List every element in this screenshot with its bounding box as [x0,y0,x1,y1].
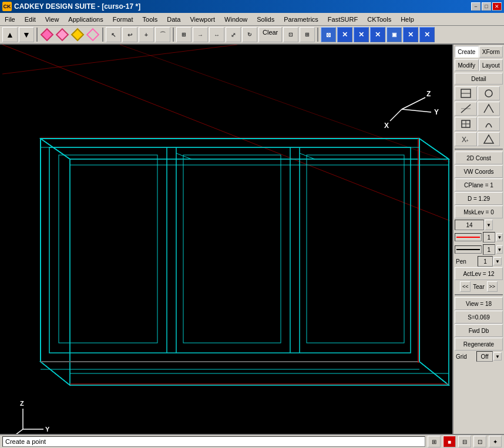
menu-parametrics[interactable]: Parametrics [279,13,323,25]
panel-tabs-row1: Create XForm [455,46,503,58]
tab-modify[interactable]: Modify [455,59,479,71]
toolbar-sep-1 [36,28,38,42]
action-btn-1[interactable]: ⊠ [321,27,336,42]
cplane-button[interactable]: CPlane = 1 [455,178,503,191]
regenerate-button[interactable]: Regenerate [455,338,503,351]
status-icon-4[interactable]: ⊡ [473,436,486,447]
menu-cktools[interactable]: CKTools [362,13,396,25]
menu-data[interactable]: Data [162,13,185,25]
menu-window[interactable]: Window [220,13,252,25]
tear-next-button[interactable]: >> [487,281,498,292]
menu-solids[interactable]: Solids [252,13,279,25]
action-x-btn-2[interactable]: ✕ [354,27,369,42]
fwddb-button[interactable]: Fwd Db [455,324,503,337]
vw-coords-button[interactable]: VW Coords [455,165,503,178]
panel-sep-2 [455,294,503,295]
status-icon-3[interactable]: ⊟ [458,436,471,447]
panel-icon-btn-4[interactable] [478,102,500,116]
red-line-dropdown: 1 ▼ [455,232,503,242]
menu-applications[interactable]: Applications [63,13,107,25]
tab-detail[interactable]: Detail [455,73,503,85]
status-icon-1[interactable]: ⊞ [428,436,441,447]
diamond-pink2-button[interactable] [55,28,69,42]
action-x-btn-3[interactable]: ✕ [370,27,385,42]
diamond-pink-button[interactable] [40,28,54,42]
viewport[interactable]: Z Y X Z Y X [0,45,452,434]
tab-xform[interactable]: XForm [479,46,503,58]
panel-icon-btn-5[interactable] [455,117,477,131]
snap-arrow-button[interactable]: → [193,27,208,42]
status-icon-2[interactable]: ■ [443,436,456,447]
arrow-up-button[interactable]: ▲ [2,27,18,42]
panel-icon-row-3 [455,117,503,131]
view-button[interactable]: View = 18 [455,297,503,310]
d-value-button[interactable]: D = 1.29 [455,192,503,205]
red-line-num: 1 [483,232,495,242]
snap-grid-button[interactable]: ⊞ [176,27,191,42]
close-button[interactable]: ✕ [492,2,502,11]
action-x-btn-1[interactable]: ✕ [337,27,352,42]
panel-icon-btn-1[interactable] [455,86,477,100]
panel-icon-btn-3[interactable] [455,102,477,116]
tear-prev-button[interactable]: << [460,281,471,292]
snap-flip-button[interactable]: ↔ [209,27,224,42]
tab-create[interactable]: Create [455,46,479,58]
snap-pts-button[interactable]: ⊞ [300,27,315,42]
snap-mirror-button[interactable]: ⤢ [226,27,241,42]
2d-const-button[interactable]: 2D Const [455,151,503,164]
arrow-down-button[interactable]: ▼ [19,27,34,42]
pen-row: Pen 1 ▼ [455,256,503,267]
menu-fastsurf[interactable]: FastSURF [323,13,362,25]
toolbar-sep-3 [173,28,174,42]
snap-undo-button[interactable]: ↩ [122,27,137,42]
toolbar: ▲ ▼ ↖ ↩ + ⌒ ⊞ → ↔ ⤢ ↻ Clear ⊡ ⊞ ⊠ ✕ ✕ ✕ … [0,26,504,45]
grid-dropdown: Off ▼ [476,351,502,362]
msklev-button[interactable]: MskLev = 0 [455,206,503,218]
diamond-yellow-button[interactable] [70,28,85,42]
action-btn-2[interactable]: ▣ [387,27,402,42]
diamond-outline-button[interactable] [86,28,100,42]
minimize-button[interactable]: − [471,2,481,11]
actlev-button[interactable]: ActLev = 12 [455,267,503,280]
panel-icon-btn-7[interactable]: X+ [455,132,477,146]
num-14-field: 14 [455,220,484,230]
toolbar-sep-2 [102,28,103,42]
red-line [456,237,480,238]
svg-text:Y: Y [45,426,50,433]
panel-icon-btn-6[interactable] [478,117,500,131]
panel-icon-row-4: X+ [455,132,503,146]
panel-icon-btn-8[interactable] [478,132,500,146]
num-14-arrow[interactable]: ▼ [485,220,493,230]
snap-arc-button[interactable]: ⌒ [155,27,170,42]
num-14-dropdown: 14 ▼ [455,220,503,230]
menu-format[interactable]: Format [108,13,138,25]
black-line-arrow[interactable]: ▼ [496,245,503,254]
menu-view[interactable]: View [41,13,64,25]
viewport-canvas: Z Y X Z Y X [0,45,452,434]
menu-edit[interactable]: Edit [20,13,41,25]
toolbar-sep-4 [317,28,318,42]
tab-layout[interactable]: Layout [479,59,503,71]
menu-help[interactable]: Help [396,13,419,25]
red-line-arrow[interactable]: ▼ [496,233,503,241]
menu-file[interactable]: File [0,13,20,25]
snap-dim-button[interactable]: ⊡ [283,27,298,42]
status-icon-5[interactable]: ✦ [489,436,502,447]
clear-button[interactable]: Clear [258,27,282,42]
red-line-strip [455,233,482,241]
scale-button[interactable]: S=0.069 [455,311,503,324]
action-x-btn-5[interactable]: ✕ [419,27,435,42]
menu-tools[interactable]: Tools [138,13,163,25]
snap-rotate-button[interactable]: ↻ [242,27,257,42]
action-x-btn-4[interactable]: ✕ [403,27,418,42]
black-line-dropdown: 1 ▼ [455,244,503,255]
tear-row: << Tear >> [455,281,503,292]
title-text: CADKEY DESIGN SUITE - [curso-17 *] [14,2,140,11]
menu-viewport[interactable]: Viewport [185,13,220,25]
panel-icon-btn-2[interactable] [478,86,500,100]
snap-plus-button[interactable]: + [139,27,154,42]
maximize-button[interactable]: □ [482,2,491,11]
pen-arrow[interactable]: ▼ [493,257,502,265]
snap-cursor-button[interactable]: ↖ [106,27,121,42]
grid-arrow[interactable]: ▼ [493,352,502,361]
